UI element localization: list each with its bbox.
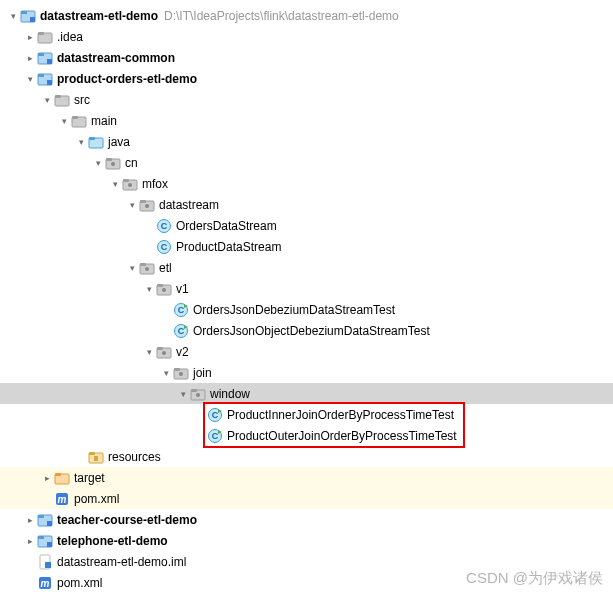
tree-row-productinnerjoinorderbyprocesstimetest[interactable]: ▸CProductInnerJoinOrderByProcessTimeTest bbox=[0, 404, 613, 425]
chevron-down-icon[interactable]: ▾ bbox=[40, 93, 54, 107]
tree-label: ProductOuterJoinOrderByProcessTimeTest bbox=[227, 429, 457, 443]
tree-row-java[interactable]: ▾java bbox=[0, 131, 613, 152]
module-icon bbox=[37, 512, 53, 528]
chevron-right-icon[interactable]: ▸ bbox=[23, 513, 37, 527]
chevron-down-icon[interactable]: ▾ bbox=[142, 345, 156, 359]
chevron-down-icon[interactable]: ▾ bbox=[91, 156, 105, 170]
svg-rect-43 bbox=[157, 347, 163, 350]
tree-label: ProductInnerJoinOrderByProcessTimeTest bbox=[227, 408, 454, 422]
tree-row-v1[interactable]: ▾v1 bbox=[0, 278, 613, 299]
tree-label: mfox bbox=[142, 177, 168, 191]
chevron-down-icon[interactable]: ▾ bbox=[57, 114, 71, 128]
tree-row-pom-xml[interactable]: ▸mpom.xml bbox=[0, 572, 613, 593]
tree-label: datastream-etl-demo.iml bbox=[57, 555, 186, 569]
package-icon bbox=[190, 386, 206, 402]
chevron-down-icon[interactable]: ▾ bbox=[159, 366, 173, 380]
package-icon bbox=[139, 197, 155, 213]
tree-row-teacher-course-etl-demo[interactable]: ▸teacher-course-etl-demo bbox=[0, 509, 613, 530]
svg-point-32 bbox=[145, 267, 149, 271]
chevron-down-icon[interactable]: ▾ bbox=[23, 72, 37, 86]
chevron-right-icon[interactable]: ▸ bbox=[23, 30, 37, 44]
tree-row-datastream-etl-demo-iml[interactable]: ▸datastream-etl-demo.iml bbox=[0, 551, 613, 572]
tree-row-etl[interactable]: ▾etl bbox=[0, 257, 613, 278]
svg-rect-18 bbox=[106, 158, 112, 161]
chevron-down-icon[interactable]: ▾ bbox=[176, 387, 190, 401]
chevron-right-icon[interactable]: ▸ bbox=[23, 534, 37, 548]
tree-row-productouterjoinorderbyprocesstimetest[interactable]: ▸CProductOuterJoinOrderByProcessTimeTest bbox=[0, 425, 613, 446]
maven-icon: m bbox=[54, 491, 70, 507]
svg-text:C: C bbox=[178, 326, 185, 336]
chevron-down-icon[interactable]: ▾ bbox=[125, 198, 139, 212]
svg-rect-2 bbox=[30, 17, 35, 22]
tree-row-resources[interactable]: ▸resources bbox=[0, 446, 613, 467]
tree-row-v2[interactable]: ▾v2 bbox=[0, 341, 613, 362]
target-icon bbox=[54, 470, 70, 486]
tree-row--idea[interactable]: ▸.idea bbox=[0, 26, 613, 47]
svg-rect-14 bbox=[72, 116, 78, 119]
chevron-down-icon[interactable]: ▾ bbox=[74, 135, 88, 149]
chevron-down-icon[interactable]: ▾ bbox=[108, 177, 122, 191]
tree-label: v1 bbox=[176, 282, 189, 296]
tree-row-telephone-etl-demo[interactable]: ▸telephone-etl-demo bbox=[0, 530, 613, 551]
svg-rect-65 bbox=[38, 515, 44, 518]
tree-row-window[interactable]: ▾window bbox=[0, 383, 613, 404]
tree-row-ordersdatastream[interactable]: ▸COrdersDataStream bbox=[0, 215, 613, 236]
tree-row-target[interactable]: ▸target bbox=[0, 467, 613, 488]
chevron-down-icon[interactable]: ▾ bbox=[142, 282, 156, 296]
tree-label: v2 bbox=[176, 345, 189, 359]
tree-label: OrdersDataStream bbox=[176, 219, 277, 233]
tree-label: target bbox=[74, 471, 105, 485]
tree-label: pom.xml bbox=[57, 576, 102, 590]
tree-label: datastream bbox=[159, 198, 219, 212]
chevron-down-icon[interactable]: ▾ bbox=[125, 261, 139, 275]
tree-row-join[interactable]: ▾join bbox=[0, 362, 613, 383]
package-icon bbox=[122, 176, 138, 192]
tree-row-ordersjsondebeziumdatastreamtest[interactable]: ▸COrdersJsonDebeziumDataStreamTest bbox=[0, 299, 613, 320]
svg-rect-66 bbox=[47, 521, 52, 526]
tree-label: datastream-common bbox=[57, 51, 175, 65]
package-icon bbox=[173, 365, 189, 381]
tree-row-cn[interactable]: ▾cn bbox=[0, 152, 613, 173]
test-c-icon: C bbox=[207, 407, 223, 423]
tree-row-datastream-etl-demo[interactable]: ▾datastream-etl-demoD:\IT\IdeaProjects\f… bbox=[0, 5, 613, 26]
tree-row-src[interactable]: ▾src bbox=[0, 89, 613, 110]
svg-point-35 bbox=[162, 288, 166, 292]
tree-row-main[interactable]: ▾main bbox=[0, 110, 613, 131]
source-icon bbox=[88, 134, 104, 150]
svg-point-19 bbox=[111, 162, 115, 166]
tree-label: product-orders-etl-demo bbox=[57, 72, 197, 86]
module-icon bbox=[37, 533, 53, 549]
iml-icon bbox=[37, 554, 53, 570]
svg-text:C: C bbox=[161, 221, 168, 231]
tree-row-mfox[interactable]: ▾mfox bbox=[0, 173, 613, 194]
chevron-down-icon[interactable]: ▾ bbox=[6, 9, 20, 23]
svg-rect-10 bbox=[47, 80, 52, 85]
svg-point-50 bbox=[196, 393, 200, 397]
svg-rect-31 bbox=[140, 263, 146, 266]
svg-rect-1 bbox=[21, 11, 27, 14]
folder-icon bbox=[37, 29, 53, 45]
svg-rect-24 bbox=[140, 200, 146, 203]
tree-row-datastream-common[interactable]: ▸datastream-common bbox=[0, 47, 613, 68]
package-icon bbox=[139, 260, 155, 276]
tree-row-product-orders-etl-demo[interactable]: ▾product-orders-etl-demo bbox=[0, 68, 613, 89]
module-icon bbox=[37, 50, 53, 66]
svg-text:C: C bbox=[178, 305, 185, 315]
chevron-right-icon[interactable]: ▸ bbox=[23, 51, 37, 65]
tree-row-productdatastream[interactable]: ▸CProductDataStream bbox=[0, 236, 613, 257]
svg-rect-46 bbox=[174, 368, 180, 371]
module-icon bbox=[20, 8, 36, 24]
tree-label: join bbox=[193, 366, 212, 380]
tree-label: .idea bbox=[57, 30, 83, 44]
tree-label: ProductDataStream bbox=[176, 240, 281, 254]
svg-rect-9 bbox=[38, 74, 44, 77]
svg-rect-71 bbox=[45, 562, 51, 568]
svg-rect-59 bbox=[94, 456, 98, 461]
chevron-right-icon[interactable]: ▸ bbox=[40, 471, 54, 485]
tree-row-datastream[interactable]: ▾datastream bbox=[0, 194, 613, 215]
res-icon bbox=[88, 449, 104, 465]
tree-label: teacher-course-etl-demo bbox=[57, 513, 197, 527]
tree-row-pom-xml[interactable]: ▸mpom.xml bbox=[0, 488, 613, 509]
maven-icon: m bbox=[37, 575, 53, 591]
tree-row-ordersjsonobjectdebeziumdatastreamtest[interactable]: ▸COrdersJsonObjectDebeziumDataStreamTest bbox=[0, 320, 613, 341]
